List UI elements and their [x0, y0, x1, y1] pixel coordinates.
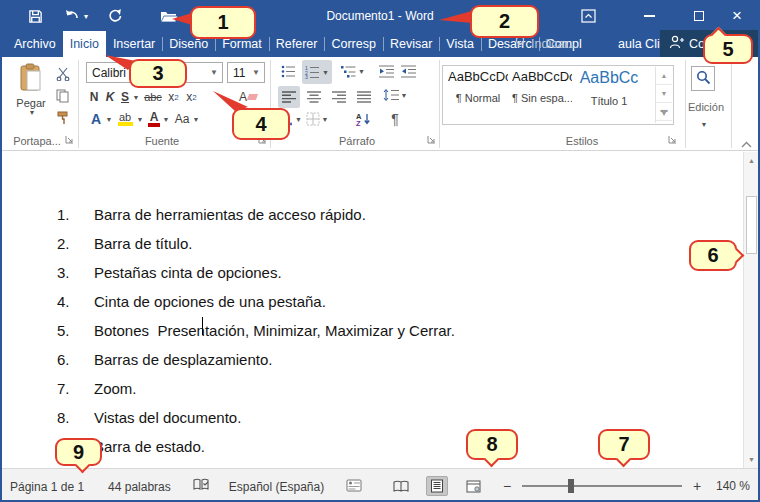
document-list: 1.Barra de herramientas de acceso rápido… [57, 200, 455, 461]
ribbon-display-options-icon[interactable] [576, 2, 600, 30]
line-spacing-icon[interactable]: ▼ [382, 86, 408, 104]
italic-button[interactable]: K [103, 88, 117, 106]
find-button[interactable] [691, 66, 715, 91]
close-icon[interactable]: × [724, 2, 750, 30]
bold-button[interactable]: N [86, 88, 102, 106]
list-text: Pestañas cinta de opciones. [94, 264, 282, 281]
justify-icon[interactable] [353, 86, 375, 108]
proofing-book-icon[interactable] [193, 478, 209, 495]
change-case-button[interactable]: Aa [172, 110, 192, 128]
minimize-icon[interactable] [636, 2, 662, 30]
font-name-caret[interactable]: ▼ [210, 68, 222, 77]
tab-insertar[interactable]: Insertar [106, 31, 162, 57]
list-text: Barra de herramientas de acceso rápido. [94, 206, 366, 223]
subscript-button[interactable]: x2 [165, 88, 182, 106]
align-center-icon[interactable] [303, 86, 325, 108]
document-list-item: 2.Barra de título. [57, 229, 455, 258]
font-group-label: Fuente [112, 135, 212, 147]
tab-archivo[interactable]: Archivo [7, 31, 63, 57]
list-text: Barras de desplazamiento. [94, 351, 272, 368]
collapse-ribbon-icon[interactable] [738, 135, 754, 153]
list-text: Barra de estado. [94, 438, 205, 455]
editing-caret[interactable]: ▼ [699, 115, 709, 133]
format-painter-icon[interactable] [54, 109, 72, 127]
aulaclic-label: aula Clic [618, 30, 666, 57]
multilevel-list-icon[interactable]: ▼ [338, 62, 368, 80]
list-number: 6. [57, 351, 78, 368]
zoom-slider[interactable] [522, 485, 682, 487]
language-indicator[interactable]: Español (España) [229, 480, 324, 494]
document-list-item: 1.Barra de herramientas de acceso rápido… [57, 200, 455, 229]
tab-inicio[interactable]: Inicio [63, 31, 106, 57]
clear-formatting-icon[interactable]: A [238, 88, 258, 106]
font-color-button[interactable]: A [146, 110, 162, 128]
styles-scroll-up-icon[interactable]: ▲ [656, 67, 672, 85]
underline-button[interactable]: S [118, 88, 132, 106]
page-indicator[interactable]: Página 1 de 1 [10, 480, 84, 494]
change-case-caret[interactable]: ▼ [192, 110, 200, 128]
macro-record-icon[interactable] [346, 479, 362, 495]
highlight-caret[interactable]: ▼ [136, 110, 144, 128]
zoom-out-button[interactable]: − [500, 478, 514, 494]
callout-8: 8 [466, 429, 518, 460]
zoom-in-button[interactable]: + [690, 478, 704, 494]
word-count[interactable]: 44 palabras [108, 480, 171, 494]
list-number: 3. [57, 264, 78, 281]
font-size-combo[interactable]: 11 ▼ [227, 62, 265, 83]
style-normal[interactable]: AaBbCcDc ¶ Normal [448, 69, 508, 121]
align-right-icon[interactable] [328, 86, 350, 108]
styles-scroll-down-icon[interactable]: ▼ [656, 85, 672, 103]
document-list-item: 7.Zoom. [57, 374, 455, 403]
paste-dropdown-caret[interactable]: ▼ [29, 109, 36, 116]
font-name-value: Calibri ( [92, 66, 133, 80]
document-list-item: 3.Pestañas cinta de opciones. [57, 258, 455, 287]
bullets-icon[interactable] [278, 62, 298, 80]
increase-indent-icon[interactable] [398, 62, 418, 80]
scroll-down-icon[interactable]: ▼ [745, 452, 758, 467]
svg-text:Z: Z [356, 119, 361, 126]
strikethrough-button[interactable]: abc [142, 88, 164, 106]
callout-1: 1 [190, 6, 256, 39]
paragraph-dialog-launcher-icon[interactable] [427, 135, 437, 145]
copy-icon[interactable] [54, 87, 72, 105]
sort-icon[interactable]: AZ [352, 110, 376, 128]
vertical-scrollbar[interactable]: ▲ ▼ [743, 152, 758, 468]
tab-referer[interactable]: Referer [269, 31, 325, 57]
clipboard-dialog-launcher-icon[interactable] [65, 135, 75, 145]
paste-button[interactable]: Pegar ▼ [10, 63, 52, 116]
document-editor[interactable]: 1.Barra de herramientas de acceso rápido… [2, 152, 758, 468]
list-number: 7. [57, 380, 78, 397]
list-text: Zoom. [94, 380, 137, 397]
web-layout-icon[interactable] [462, 476, 484, 496]
print-layout-icon[interactable] [426, 476, 448, 496]
borders-icon[interactable]: ▼ [304, 110, 330, 128]
numbering-icon[interactable]: 123 ▼ [302, 60, 332, 84]
tab-revisar[interactable]: Revisar [383, 31, 439, 57]
text-effects-caret[interactable]: ▼ [105, 110, 113, 128]
style-heading1[interactable]: AaBbCc Título 1 [576, 69, 642, 121]
text-effects-button[interactable]: A [88, 110, 104, 128]
font-size-caret[interactable]: ▼ [252, 68, 264, 77]
zoom-level[interactable]: 140 % [712, 479, 750, 493]
scrollbar-thumb[interactable] [746, 196, 757, 254]
list-number: 5. [57, 322, 78, 339]
maximize-icon[interactable] [686, 2, 712, 30]
highlight-color-button[interactable]: ab [115, 110, 135, 128]
cut-scissors-icon[interactable] [54, 65, 72, 83]
read-mode-icon[interactable] [390, 476, 412, 496]
scroll-up-icon[interactable]: ▲ [745, 153, 758, 168]
ribbon-home: Pegar ▼ Portapa... Calibri ( ▼ 11 ▼ N K … [2, 57, 758, 151]
clipboard-group-label: Portapa... [8, 135, 66, 147]
styles-more-icon[interactable]: ▬▼ [656, 103, 672, 121]
list-number: 8. [57, 409, 78, 426]
underline-caret[interactable]: ▼ [132, 88, 140, 106]
superscript-button[interactable]: x2 [183, 88, 200, 106]
style-no-spacing[interactable]: AaBbCcDc ¶ Sin espa... [512, 69, 572, 121]
align-left-icon[interactable] [278, 86, 300, 108]
pilcrow-icon[interactable]: ¶ [386, 110, 404, 128]
decrease-indent-icon[interactable] [376, 62, 396, 80]
font-color-caret[interactable]: ▼ [162, 110, 170, 128]
styles-dialog-launcher-icon[interactable] [668, 135, 678, 145]
tab-corresp[interactable]: Corresp [324, 31, 382, 57]
zoom-slider-handle[interactable] [568, 479, 574, 493]
